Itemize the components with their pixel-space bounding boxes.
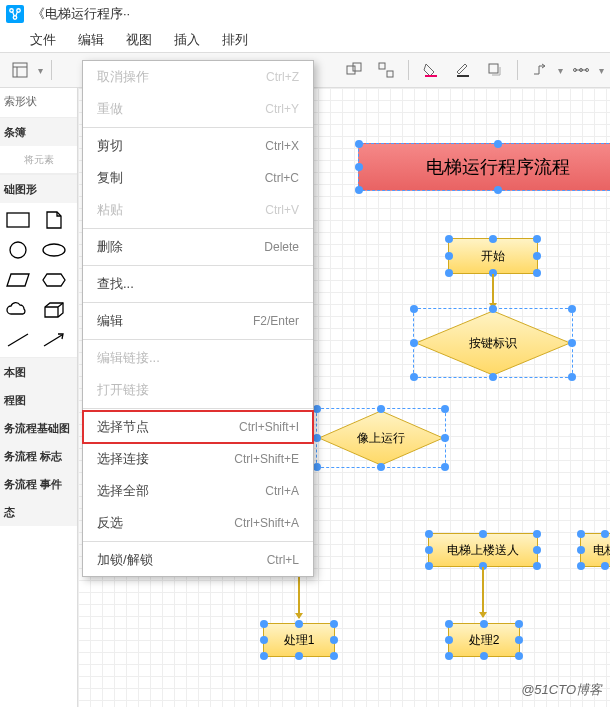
shape-search[interactable]: 索形状 bbox=[0, 88, 77, 118]
svg-rect-9 bbox=[457, 75, 469, 77]
ctx-复制[interactable]: 复制Ctrl+C bbox=[83, 162, 313, 194]
shape-hexagon[interactable] bbox=[38, 267, 70, 293]
ungroup-button[interactable] bbox=[372, 56, 400, 84]
sidebar-cat-1[interactable]: 程图 bbox=[0, 386, 77, 414]
app-logo bbox=[6, 5, 24, 23]
sidebar-drop-hint: 将元素 bbox=[0, 146, 77, 174]
node-start[interactable]: 开始 bbox=[448, 238, 538, 274]
shape-page[interactable] bbox=[38, 207, 70, 233]
menu-file[interactable]: 文件 bbox=[30, 31, 56, 49]
menubar: 文件 编辑 视图 插入 排列 bbox=[0, 28, 610, 52]
sidebar-cat-0[interactable]: 本图 bbox=[0, 358, 77, 386]
sidebar-cat-5[interactable]: 态 bbox=[0, 498, 77, 526]
shape-cube[interactable] bbox=[38, 297, 70, 323]
ctx-选择全部[interactable]: 选择全部Ctrl+A bbox=[83, 475, 313, 507]
ctx-反选[interactable]: 反选Ctrl+Shift+A bbox=[83, 507, 313, 539]
node-elev2[interactable]: 电梯 bbox=[580, 533, 610, 567]
connector-button[interactable] bbox=[526, 56, 554, 84]
shadow-button[interactable] bbox=[481, 56, 509, 84]
shape-parallelogram[interactable] bbox=[2, 267, 34, 293]
group-button[interactable] bbox=[340, 56, 368, 84]
node-elev-up[interactable]: 电梯上楼送人 bbox=[428, 533, 538, 567]
shape-ellipse[interactable] bbox=[38, 237, 70, 263]
menu-arrange[interactable]: 排列 bbox=[222, 31, 248, 49]
line-color-button[interactable] bbox=[449, 56, 477, 84]
ctx-加锁/解锁[interactable]: 加锁/解锁Ctrl+L bbox=[83, 544, 313, 576]
ctx-删除[interactable]: 删除Delete bbox=[83, 231, 313, 263]
svg-point-15 bbox=[10, 242, 26, 258]
node-p1[interactable]: 处理1 bbox=[263, 623, 335, 657]
menu-view[interactable]: 视图 bbox=[126, 31, 152, 49]
svg-point-2 bbox=[13, 16, 17, 20]
ctx-编辑[interactable]: 编辑F2/Enter bbox=[83, 305, 313, 337]
sidebar-group-basic[interactable]: 础图形 bbox=[0, 175, 77, 203]
sidebar-cat-3[interactable]: 务流程 标志 bbox=[0, 442, 77, 470]
fill-color-button[interactable] bbox=[417, 56, 445, 84]
svg-rect-4 bbox=[347, 66, 355, 74]
sidebar-cat-2[interactable]: 务流程基础图 bbox=[0, 414, 77, 442]
ctx-查找...[interactable]: 查找... bbox=[83, 268, 313, 300]
window-title: 《电梯运行程序·· bbox=[32, 5, 130, 23]
svg-rect-3 bbox=[13, 63, 27, 77]
shape-cloud[interactable] bbox=[2, 297, 34, 323]
watermark: @51CTO博客 bbox=[521, 681, 602, 699]
ctx-取消操作: 取消操作Ctrl+Z bbox=[83, 61, 313, 93]
node-title[interactable]: 电梯运行程序流程 bbox=[358, 143, 610, 191]
svg-rect-14 bbox=[7, 213, 29, 227]
sidebar-group-scratch[interactable]: 条簿 bbox=[0, 118, 77, 146]
ctx-打开链接: 打开链接 bbox=[83, 374, 313, 406]
shape-circle[interactable] bbox=[2, 237, 34, 263]
layout-button[interactable] bbox=[6, 56, 34, 84]
sidebar: 索形状 条簿 将元素 础图形 本图 程图 务流程基础图 务流程 标志 务流程 bbox=[0, 88, 78, 707]
svg-rect-10 bbox=[489, 64, 498, 73]
context-menu: 取消操作Ctrl+Z重做Ctrl+Y剪切Ctrl+X复制Ctrl+C粘贴Ctrl… bbox=[82, 60, 314, 577]
sidebar-cat-4[interactable]: 务流程 事件 bbox=[0, 470, 77, 498]
svg-rect-5 bbox=[353, 63, 361, 71]
menu-edit[interactable]: 编辑 bbox=[78, 31, 104, 49]
node-key-id[interactable]: 按键标识 bbox=[413, 308, 573, 378]
ctx-编辑链接...: 编辑链接... bbox=[83, 342, 313, 374]
node-up[interactable]: 像上运行 bbox=[316, 408, 446, 468]
ctx-选择节点[interactable]: 选择节点Ctrl+Shift+I bbox=[83, 411, 313, 443]
node-p2[interactable]: 处理2 bbox=[448, 623, 520, 657]
shape-rect[interactable] bbox=[2, 207, 34, 233]
shape-line[interactable] bbox=[2, 327, 34, 353]
ctx-粘贴: 粘贴Ctrl+V bbox=[83, 194, 313, 226]
ctx-剪切[interactable]: 剪切Ctrl+X bbox=[83, 130, 313, 162]
svg-rect-8 bbox=[425, 75, 437, 77]
svg-point-16 bbox=[43, 244, 65, 256]
shape-arrow[interactable] bbox=[38, 327, 70, 353]
svg-rect-7 bbox=[387, 71, 393, 77]
ctx-选择连接[interactable]: 选择连接Ctrl+Shift+E bbox=[83, 443, 313, 475]
ctx-重做: 重做Ctrl+Y bbox=[83, 93, 313, 125]
menu-insert[interactable]: 插入 bbox=[174, 31, 200, 49]
waypoint-button[interactable] bbox=[567, 56, 595, 84]
svg-rect-6 bbox=[379, 63, 385, 69]
